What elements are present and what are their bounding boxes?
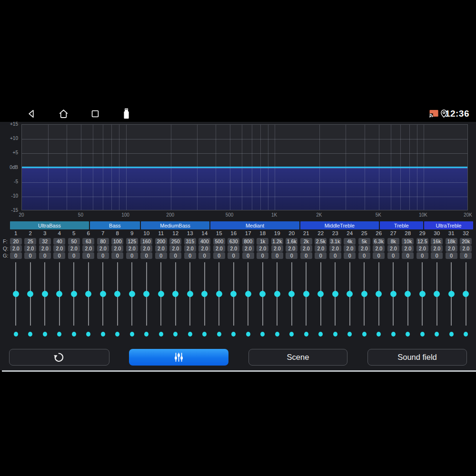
band-gain-value[interactable]: 0 — [82, 252, 94, 259]
band-gain-value[interactable]: 0 — [329, 252, 341, 259]
slider-knob[interactable] — [143, 291, 149, 297]
band-q-value[interactable]: 2.0 — [24, 245, 36, 252]
band-frequency-value[interactable]: 16k — [431, 238, 443, 245]
band-frequency-value[interactable]: 50 — [68, 238, 80, 245]
band-gain-value[interactable]: 0 — [39, 252, 51, 259]
slider-knob[interactable] — [114, 291, 120, 297]
band-gain-slider[interactable] — [256, 262, 270, 326]
band-gain-slider[interactable] — [241, 262, 256, 326]
band-gain-value[interactable]: 0 — [68, 252, 80, 259]
band-q-value[interactable]: 2.0 — [387, 245, 399, 252]
band-select-dot[interactable] — [275, 332, 279, 337]
band-gain-value[interactable]: 0 — [155, 252, 167, 259]
band-frequency-value[interactable]: 200 — [155, 238, 167, 245]
band-select-dot[interactable] — [420, 332, 425, 337]
slider-knob[interactable] — [303, 291, 309, 297]
band-q-value[interactable]: 2.0 — [53, 245, 65, 252]
band-frequency-value[interactable]: 630 — [228, 238, 239, 245]
band-q-value[interactable]: 2.0 — [228, 245, 239, 252]
band-gain-slider[interactable] — [110, 262, 125, 326]
band-q-value[interactable]: 2.0 — [198, 245, 210, 252]
band-select-dot[interactable] — [159, 332, 163, 337]
band-gain-slider[interactable] — [343, 262, 357, 326]
slider-knob[interactable] — [158, 291, 164, 297]
band-frequency-value[interactable]: 1.6k — [286, 238, 298, 245]
band-q-value[interactable]: 2.0 — [155, 245, 167, 252]
band-select-dot[interactable] — [144, 332, 149, 337]
band-gain-slider[interactable] — [198, 262, 212, 326]
slider-knob[interactable] — [85, 291, 91, 297]
band-q-value[interactable]: 2.0 — [344, 245, 356, 252]
band-gain-slider[interactable] — [183, 262, 198, 326]
band-q-value[interactable]: 2.0 — [169, 245, 181, 252]
band-q-value[interactable]: 2.0 — [300, 245, 312, 252]
band-gain-value[interactable]: 0 — [315, 252, 327, 259]
band-q-value[interactable]: 2.0 — [184, 245, 196, 252]
band-gain-value[interactable]: 0 — [169, 252, 181, 259]
band-gain-value[interactable]: 0 — [184, 252, 196, 259]
band-gain-value[interactable]: 0 — [24, 252, 36, 259]
slider-knob[interactable] — [405, 291, 411, 297]
slider-knob[interactable] — [419, 291, 426, 297]
band-select-dot[interactable] — [449, 332, 454, 337]
slider-knob[interactable] — [332, 291, 338, 297]
band-gain-slider[interactable] — [125, 262, 139, 326]
band-select-dot[interactable] — [318, 332, 323, 337]
band-gain-value[interactable]: 0 — [140, 252, 152, 259]
band-gain-value[interactable]: 0 — [373, 252, 385, 259]
slider-knob[interactable] — [216, 291, 222, 297]
band-select-dot[interactable] — [464, 332, 468, 337]
band-gain-slider[interactable] — [270, 262, 285, 326]
band-gain-value[interactable]: 0 — [460, 252, 472, 259]
band-frequency-value[interactable]: 18k — [446, 238, 457, 245]
band-frequency-value[interactable]: 12.5 — [416, 238, 428, 245]
band-gain-slider[interactable] — [139, 262, 154, 326]
slider-knob[interactable] — [259, 291, 266, 297]
band-select-dot[interactable] — [289, 332, 294, 337]
band-gain-slider[interactable] — [285, 262, 299, 326]
band-select-dot[interactable] — [231, 332, 236, 337]
slider-knob[interactable] — [56, 291, 62, 297]
band-gain-slider[interactable] — [38, 262, 52, 326]
band-gain-slider[interactable] — [415, 262, 430, 326]
band-select-dot[interactable] — [14, 332, 18, 337]
band-frequency-value[interactable]: 6.3k — [373, 238, 385, 245]
band-gain-value[interactable]: 0 — [271, 252, 283, 259]
slider-knob[interactable] — [463, 291, 469, 297]
band-gain-value[interactable]: 0 — [344, 252, 356, 259]
band-gain-slider[interactable] — [67, 262, 81, 326]
band-frequency-value[interactable]: 125 — [126, 238, 138, 245]
band-group-bass[interactable]: Bass — [90, 221, 140, 229]
band-gain-slider[interactable] — [386, 262, 401, 326]
band-gain-value[interactable]: 0 — [431, 252, 443, 259]
band-select-dot[interactable] — [202, 332, 207, 337]
band-gain-value[interactable]: 0 — [97, 252, 109, 259]
band-q-value[interactable]: 2.0 — [39, 245, 51, 252]
slider-knob[interactable] — [347, 291, 353, 297]
band-gain-value[interactable]: 0 — [213, 252, 225, 259]
band-q-value[interactable]: 2.0 — [140, 245, 152, 252]
band-gain-slider[interactable] — [444, 262, 459, 326]
band-select-dot[interactable] — [130, 332, 134, 337]
band-gain-value[interactable]: 0 — [126, 252, 138, 259]
band-q-value[interactable]: 2.0 — [431, 245, 443, 252]
band-q-value[interactable]: 2.0 — [286, 245, 298, 252]
band-gain-slider[interactable] — [314, 262, 328, 326]
slider-knob[interactable] — [187, 291, 193, 297]
band-frequency-value[interactable]: 10k — [402, 238, 414, 245]
band-select-dot[interactable] — [86, 332, 90, 337]
band-select-dot[interactable] — [406, 332, 410, 337]
band-frequency-value[interactable]: 250 — [169, 238, 181, 245]
band-gain-slider[interactable] — [81, 262, 96, 326]
band-q-value[interactable]: 2.0 — [10, 245, 22, 252]
band-select-dot[interactable] — [115, 332, 119, 337]
band-q-value[interactable]: 2.0 — [213, 245, 225, 252]
band-gain-value[interactable]: 0 — [300, 252, 312, 259]
eq-response-graph[interactable] — [21, 124, 468, 210]
band-q-value[interactable]: 2.0 — [373, 245, 385, 252]
band-gain-slider[interactable] — [299, 262, 314, 326]
band-gain-slider[interactable] — [372, 262, 387, 326]
band-q-value[interactable]: 2.0 — [315, 245, 327, 252]
band-gain-value[interactable]: 0 — [416, 252, 428, 259]
band-frequency-value[interactable]: 5k — [358, 238, 370, 245]
